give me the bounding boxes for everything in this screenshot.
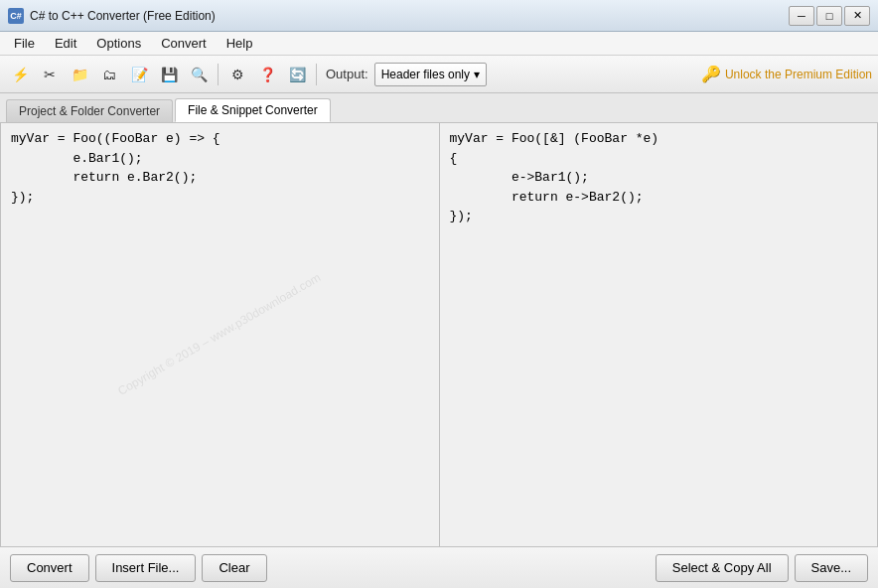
key-icon: 🔑 [701,65,721,83]
tab-project-folder[interactable]: Project & Folder Converter [6,99,173,122]
panes-container: myVar = Foo((FooBar e) => { e.Bar1(); re… [0,123,878,546]
output-label: Output: [326,67,368,81]
menu-help[interactable]: Help [217,34,263,53]
dropdown-arrow-icon: ▾ [474,68,480,81]
toolbar-separator-1 [218,64,219,85]
toolbar-btn-refresh[interactable]: 🔄 [283,61,311,88]
unlock-label-text: Unlock the Premium Edition [725,68,872,81]
toolbar-btn-1[interactable]: ⚡ [6,61,34,88]
maximize-button[interactable]: □ [816,6,842,26]
tab-bar: Project & Folder Converter File & Snippe… [0,93,878,123]
toolbar: ⚡ ✂ 📁 🗂 📝 💾 🔍 ⚙ ❓ 🔄 Output: Header files… [0,56,878,93]
left-pane: myVar = Foo((FooBar e) => { e.Bar1(); re… [1,123,440,546]
title-bar: C# C# to C++ Converter (Free Edition) ─ … [0,0,878,32]
unlock-premium-button[interactable]: 🔑 Unlock the Premium Edition [701,65,872,83]
window-title: C# to C++ Converter (Free Edition) [30,9,216,23]
close-button[interactable]: ✕ [844,6,870,26]
save-button[interactable]: Save... [795,554,868,582]
menu-options[interactable]: Options [86,34,151,53]
output-code[interactable]: myVar = Foo([&] (FooBar *e) { e->Bar1();… [440,123,878,546]
menu-bar: File Edit Options Convert Help [0,32,878,56]
clear-button[interactable]: Clear [202,554,266,582]
toolbar-btn-3[interactable]: 📁 [66,61,93,88]
toolbar-btn-2[interactable]: ✂ [36,61,64,88]
menu-edit[interactable]: Edit [45,34,86,53]
menu-file[interactable]: File [4,34,45,53]
bottom-bar: Convert Insert File... Clear Select & Co… [0,546,878,588]
output-value: Header files only [381,68,470,81]
tab-file-snippet[interactable]: File & Snippet Converter [175,98,331,122]
input-code[interactable]: myVar = Foo((FooBar e) => { e.Bar1(); re… [1,123,439,546]
toolbar-btn-7[interactable]: 🔍 [185,61,213,88]
title-bar-controls: ─ □ ✕ [789,6,870,26]
toolbar-btn-help[interactable]: ❓ [253,61,281,88]
toolbar-separator-2 [316,64,317,85]
select-copy-button[interactable]: Select & Copy All [656,554,789,582]
toolbar-btn-settings[interactable]: ⚙ [223,61,251,88]
menu-convert[interactable]: Convert [151,34,217,53]
right-pane: myVar = Foo([&] (FooBar *e) { e->Bar1();… [440,123,878,546]
output-dropdown[interactable]: Header files only ▾ [374,63,487,86]
toolbar-btn-5[interactable]: 📝 [125,61,153,88]
toolbar-btn-6[interactable]: 💾 [155,61,183,88]
convert-button[interactable]: Convert [10,554,89,582]
app-icon: C# [8,8,24,24]
minimize-button[interactable]: ─ [789,6,814,26]
insert-file-button[interactable]: Insert File... [95,554,197,582]
title-bar-left: C# C# to C++ Converter (Free Edition) [8,8,216,24]
toolbar-btn-4[interactable]: 🗂 [95,61,123,88]
